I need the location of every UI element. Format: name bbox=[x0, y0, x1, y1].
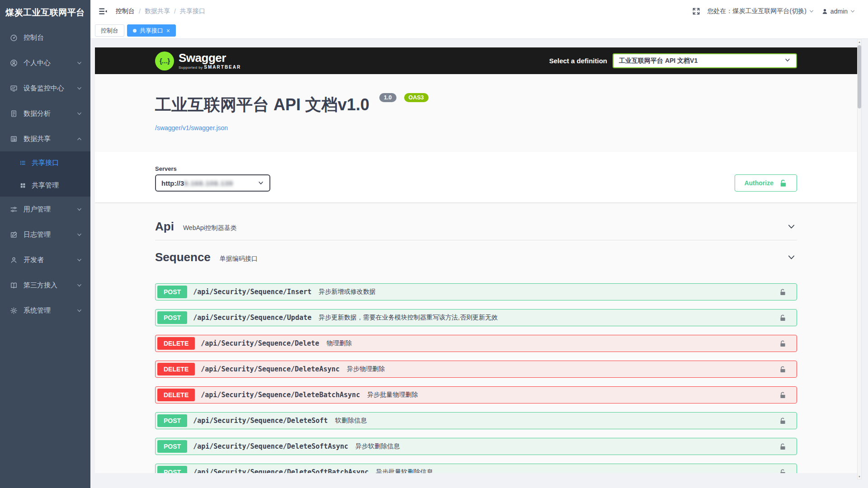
lock-open-icon[interactable] bbox=[779, 288, 787, 296]
scroll-down-arrow[interactable]: ▼ bbox=[858, 474, 861, 479]
method-badge: DELETE bbox=[157, 363, 195, 375]
swagger-topbar: Swagger Supported by SMARTBEAR Select a … bbox=[95, 47, 857, 74]
lock-open-icon[interactable] bbox=[779, 340, 787, 347]
api-title: 工业互联网平台 API 文档v1.0 1.0 OAS3 bbox=[155, 94, 797, 116]
sidebar-submenu: 共享接口共享管理 bbox=[0, 151, 90, 197]
sidebar-item-label: 第三方接入 bbox=[24, 281, 57, 290]
method-badge: POST bbox=[157, 311, 187, 324]
tenant-label: 您处在：煤炭工业互联网平台(切换) bbox=[708, 7, 807, 15]
chevron-down-icon bbox=[76, 282, 82, 288]
chevron-down-icon bbox=[76, 85, 82, 91]
endpoint-row-deletesoftbatchasync[interactable]: POST /api/Security/Sequence/DeleteSoftBa… bbox=[155, 464, 797, 473]
swagger-logo-icon bbox=[155, 52, 174, 70]
breadcrumb-separator: / bbox=[139, 8, 141, 15]
sidebar-item-device-monitor-center[interactable]: 设备监控中心 bbox=[0, 75, 90, 101]
chevron-down-icon bbox=[76, 308, 82, 314]
content-area: Swagger Supported by SMARTBEAR Select a … bbox=[90, 39, 868, 488]
endpoint-description: 物理删除 bbox=[326, 339, 352, 347]
oas3-badge: OAS3 bbox=[404, 93, 429, 102]
tab-console[interactable]: 控制台 bbox=[95, 24, 124, 37]
section-sequence[interactable]: Sequence 单据编码接口 bbox=[155, 245, 797, 271]
authorize-label: Authorize bbox=[744, 179, 774, 187]
grid-icon bbox=[19, 182, 26, 189]
servers-block: Servers http://39.168.108.139 bbox=[155, 165, 270, 192]
authorize-button[interactable]: Authorize bbox=[735, 174, 797, 192]
method-badge: POST bbox=[157, 466, 187, 473]
sidebar-item-user-manage[interactable]: 用户管理 bbox=[0, 197, 90, 222]
sidebar-item-third-party[interactable]: 第三方接入 bbox=[0, 272, 90, 298]
lock-open-icon[interactable] bbox=[779, 391, 787, 399]
lock-open-icon[interactable] bbox=[779, 366, 787, 373]
endpoint-row-deletebatchasync[interactable]: DELETE /api/Security/Sequence/DeleteBatc… bbox=[155, 386, 797, 404]
definition-select[interactable]: 工业互联网平台 API 文档V1 bbox=[613, 53, 797, 68]
sidebar-item-system-manage[interactable]: 系统管理 bbox=[0, 298, 90, 323]
menu-fold-icon[interactable] bbox=[99, 7, 108, 15]
vertical-scrollbar[interactable]: ▲ ▼ bbox=[857, 39, 862, 479]
swagger-logo-text: Swagger bbox=[179, 52, 241, 64]
chevron-down-icon bbox=[850, 9, 855, 14]
endpoint-path: /api/Security/Sequence/DeleteBatchAsync bbox=[201, 391, 360, 399]
breadcrumb: 控制台 / 数据共享 / 共享接口 bbox=[116, 7, 205, 15]
username: admin bbox=[830, 8, 848, 15]
sidebar-item-console[interactable]: 控制台 bbox=[0, 25, 90, 50]
sidebar-item-label: 日志管理 bbox=[24, 230, 51, 239]
chevron-down-icon bbox=[809, 9, 814, 14]
section-api[interactable]: Api WebApi控制器基类 bbox=[155, 214, 797, 240]
tab-share-api[interactable]: 共享接口 × bbox=[127, 24, 176, 37]
user-menu[interactable]: admin bbox=[821, 8, 855, 15]
endpoint-description: 异步软删除信息 bbox=[355, 442, 400, 450]
sidebar-item-log-manage[interactable]: 日志管理 bbox=[0, 222, 90, 247]
endpoint-row-delete[interactable]: DELETE /api/Security/Sequence/Delete 物理删… bbox=[155, 335, 797, 352]
header-bar: 控制台 / 数据共享 / 共享接口 您处在：煤炭工业互联网平台(切换) admi… bbox=[90, 0, 868, 23]
lock-open-icon[interactable] bbox=[779, 443, 787, 450]
scheme-container: Servers http://39.168.108.139 Authorize bbox=[95, 152, 857, 202]
chevron-down-icon bbox=[76, 111, 82, 117]
smartbear-label: SMARTBEAR bbox=[204, 65, 241, 70]
sidebar-subitem-share-api[interactable]: 共享接口 bbox=[0, 151, 90, 174]
endpoint-description: 异步更新数据，需要在业务模块控制器重写该方法,否则更新无效 bbox=[319, 314, 498, 322]
close-icon[interactable]: × bbox=[166, 28, 170, 34]
user-circle-icon bbox=[10, 59, 18, 67]
swagger-panel: Swagger Supported by SMARTBEAR Select a … bbox=[95, 47, 857, 473]
tenant-switcher[interactable]: 您处在：煤炭工业互联网平台(切换) bbox=[708, 7, 814, 15]
sidebar-menu: 控制台个人中心设备监控中心数据分析数据共享共享接口共享管理用户管理日志管理开发者… bbox=[0, 25, 90, 323]
breadcrumb-item-share-api[interactable]: 共享接口 bbox=[180, 7, 205, 15]
api-info-section: 工业互联网平台 API 文档v1.0 1.0 OAS3 /swagger/v1/… bbox=[95, 74, 857, 152]
spec-link[interactable]: /swagger/v1/swagger.json bbox=[155, 124, 228, 131]
chevron-down-icon[interactable] bbox=[787, 222, 797, 231]
endpoint-description: 异步物理删除 bbox=[347, 365, 385, 373]
scrollbar-thumb[interactable] bbox=[858, 45, 861, 108]
endpoint-row-update[interactable]: POST /api/Security/Sequence/Update 异步更新数… bbox=[155, 309, 797, 326]
scroll-up-arrow[interactable]: ▲ bbox=[858, 40, 861, 44]
endpoint-row-deletesoft[interactable]: POST /api/Security/Sequence/DeleteSoft 软… bbox=[155, 412, 797, 429]
sidebar-item-data-analysis[interactable]: 数据分析 bbox=[0, 101, 90, 126]
chevron-down-icon bbox=[784, 57, 791, 65]
breadcrumb-item-data-share[interactable]: 数据共享 bbox=[145, 7, 170, 15]
swagger-logo: Swagger Supported by SMARTBEAR bbox=[155, 52, 241, 70]
definition-selected-value: 工业互联网平台 API 文档V1 bbox=[619, 57, 698, 65]
endpoint-row-deleteasync[interactable]: DELETE /api/Security/Sequence/DeleteAsyn… bbox=[155, 361, 797, 378]
chevron-down-icon bbox=[76, 257, 82, 263]
sidebar-item-personal-center[interactable]: 个人中心 bbox=[0, 50, 90, 75]
report-icon bbox=[10, 110, 18, 117]
active-dot-icon bbox=[133, 29, 137, 33]
sidebar-item-data-share[interactable]: 数据共享 bbox=[0, 126, 90, 151]
sidebar-subitem-share-manage[interactable]: 共享管理 bbox=[0, 174, 90, 197]
lock-open-icon[interactable] bbox=[779, 417, 787, 425]
lock-open-icon[interactable] bbox=[779, 469, 787, 474]
endpoint-path: /api/Security/Sequence/Delete bbox=[201, 339, 319, 347]
monitor-icon bbox=[10, 84, 18, 92]
sidebar-subitem-label: 共享管理 bbox=[32, 181, 59, 190]
endpoint-row-deletesoftasync[interactable]: POST /api/Security/Sequence/DeleteSoftAs… bbox=[155, 438, 797, 455]
chevron-down-icon[interactable] bbox=[787, 253, 797, 262]
sidebar-item-label: 开发者 bbox=[24, 256, 44, 264]
endpoint-description: 异步新增或修改数据 bbox=[319, 288, 376, 296]
endpoint-path: /api/Security/Sequence/DeleteAsync bbox=[201, 365, 340, 373]
lock-open-icon[interactable] bbox=[779, 314, 787, 322]
main-area: 控制台 / 数据共享 / 共享接口 您处在：煤炭工业互联网平台(切换) admi… bbox=[90, 0, 868, 488]
endpoint-row-insert[interactable]: POST /api/Security/Sequence/Insert 异步新增或… bbox=[155, 283, 797, 300]
sidebar-item-developer[interactable]: 开发者 bbox=[0, 247, 90, 272]
server-select[interactable]: http://39.168.108.139 bbox=[155, 174, 270, 192]
fullscreen-icon[interactable] bbox=[692, 7, 700, 15]
breadcrumb-item-console[interactable]: 控制台 bbox=[116, 7, 135, 15]
